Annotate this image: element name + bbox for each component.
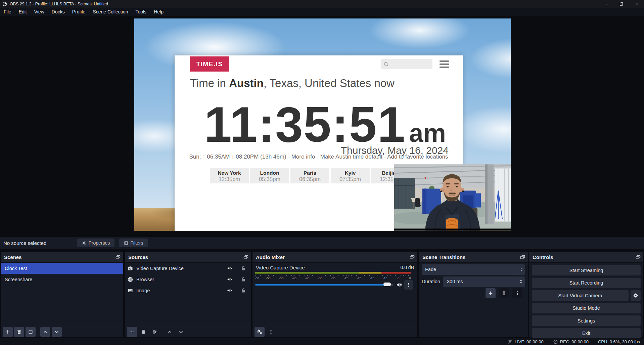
meter-tick-label: -10: [383, 276, 387, 280]
scene-item-screenshare[interactable]: Screenshare: [1, 274, 123, 285]
meter-tick-label: -5: [397, 276, 399, 280]
virtual-camera-settings-button[interactable]: [631, 290, 641, 301]
add-transition-button[interactable]: [486, 288, 496, 298]
camera-icon: [128, 266, 133, 271]
popout-icon[interactable]: [636, 255, 641, 260]
city-newyork: New York12:35pm: [210, 168, 249, 183]
stream-inactive-icon: [507, 339, 513, 344]
studio-mode-button[interactable]: Studio Mode: [532, 303, 641, 313]
hamburger-menu-icon: [440, 60, 449, 68]
meter-tick-label: 0: [409, 276, 411, 280]
visibility-eye-icon[interactable]: [227, 288, 233, 293]
source-item-image[interactable]: Image: [125, 285, 251, 296]
timeis-search-box: [381, 59, 432, 69]
remove-transition-button[interactable]: [499, 288, 509, 298]
duration-label: Duration: [422, 276, 440, 287]
exit-button[interactable]: Exit: [532, 328, 641, 339]
dropdown-caret: [518, 264, 525, 275]
properties-button[interactable]: Properties: [77, 239, 114, 247]
menu-scene-collection[interactable]: Scene Collection: [89, 8, 132, 16]
meter-tick-label: -35: [318, 276, 322, 280]
speaker-icon[interactable]: [396, 282, 402, 288]
menu-tools[interactable]: Tools: [132, 8, 150, 16]
rec-timer: REC: 00:00:00: [560, 339, 589, 344]
lock-icon[interactable]: [241, 288, 246, 293]
lock-icon[interactable]: [241, 266, 246, 271]
cpu-fps-stats: CPU: 0.6%, 30.00 fps: [598, 339, 640, 344]
move-source-down-button[interactable]: [176, 327, 186, 337]
remove-source-button[interactable]: [138, 327, 148, 337]
scene-filters-button[interactable]: [26, 327, 36, 337]
advanced-audio-button[interactable]: [255, 327, 265, 337]
city-paris: Paris06:35pm: [290, 168, 329, 183]
meter-tick-label: -25: [344, 276, 349, 280]
lock-icon[interactable]: [241, 277, 246, 282]
sources-header: Sources: [125, 252, 251, 263]
filter-icon: [124, 241, 128, 245]
volume-slider-handle[interactable]: [383, 283, 391, 286]
meter-tick-label: -20: [357, 276, 361, 280]
source-item-video-capture[interactable]: Video Capture Device: [125, 263, 251, 274]
mixer-channel-name: Video Capture Device: [256, 265, 305, 270]
controls-panel: Controls Start Streaming Start Recording…: [529, 252, 643, 337]
mixer-toolbar: [252, 326, 417, 337]
add-source-button[interactable]: [127, 327, 137, 337]
meter-tick-label: -45: [292, 276, 296, 280]
source-status-text: No source selected: [3, 240, 46, 246]
search-icon: [383, 61, 389, 67]
transition-buttons: [486, 288, 522, 298]
start-recording-button[interactable]: Start Recording: [532, 278, 641, 288]
remove-scene-button[interactable]: [14, 327, 24, 337]
start-streaming-button[interactable]: Start Streaming: [532, 265, 641, 275]
close-button[interactable]: [629, 0, 644, 8]
menu-docks[interactable]: Docks: [48, 8, 68, 16]
transition-dropdown[interactable]: Fade: [422, 264, 525, 275]
start-virtual-camera-button[interactable]: Start Virtual Camera: [532, 290, 629, 301]
duration-spinner[interactable]: 300 ms: [443, 276, 525, 287]
sources-toolbar: [125, 326, 251, 337]
mixer-menu-button[interactable]: [266, 327, 276, 337]
minimize-button[interactable]: [599, 0, 614, 8]
status-bar: LIVE: 00:00:00 REC: 00:00:00 CPU: 0.6%, …: [0, 338, 644, 345]
source-properties-button[interactable]: [150, 327, 160, 337]
scenes-panel: Scenes Clock Test Screenshare: [1, 252, 123, 337]
timeis-sun-line: Sun: ↑ 06:35AM ↓ 08:20PM (13h 46m) - Mor…: [175, 154, 463, 160]
move-scene-up-button[interactable]: [40, 327, 50, 337]
move-scene-down-button[interactable]: [52, 327, 62, 337]
meter-tick-marks: [255, 275, 411, 276]
add-scene-button[interactable]: [3, 327, 13, 337]
menu-help[interactable]: Help: [150, 8, 167, 16]
transition-properties-button[interactable]: [512, 288, 522, 298]
popout-icon[interactable]: [410, 255, 415, 260]
settings-button[interactable]: Settings: [532, 315, 641, 326]
menu-view[interactable]: View: [31, 8, 48, 16]
menu-edit[interactable]: Edit: [15, 8, 31, 16]
meter-tick-label: -15: [370, 276, 374, 280]
menu-bar: File Edit View Docks Profile Scene Colle…: [0, 8, 644, 16]
menu-file[interactable]: File: [0, 8, 15, 16]
scene-item-clock-test[interactable]: Clock Test: [1, 263, 123, 274]
popout-icon[interactable]: [243, 255, 248, 260]
preview-area: TIME.IS Time in Austin, Texas, United St…: [0, 16, 644, 237]
spinner-arrows[interactable]: [519, 276, 523, 287]
popout-icon[interactable]: [116, 255, 121, 260]
volume-slider-track[interactable]: [255, 284, 394, 286]
make-default-link: Make Austin time default: [320, 154, 382, 160]
visibility-eye-icon[interactable]: [227, 265, 233, 271]
scene-transitions-panel: Scene Transitions Fade Duration 300 ms: [419, 252, 528, 337]
restore-button[interactable]: [614, 0, 629, 8]
move-source-up-button[interactable]: [165, 327, 175, 337]
channel-menu-button[interactable]: [404, 280, 413, 290]
scenes-header: Scenes: [1, 252, 123, 263]
preview-canvas[interactable]: TIME.IS Time in Austin, Texas, United St…: [134, 18, 511, 231]
record-inactive-icon: [553, 339, 558, 344]
live-timer: LIVE: 00:00:00: [515, 339, 544, 344]
popout-icon[interactable]: [520, 255, 525, 260]
visibility-eye-icon[interactable]: [227, 276, 233, 282]
menu-profile[interactable]: Profile: [68, 8, 89, 16]
source-item-browser[interactable]: Browser: [125, 274, 251, 285]
scene-transitions-header: Scene Transitions: [419, 252, 528, 263]
clock-time: 11:35:51: [204, 97, 406, 152]
clock-ampm: am: [409, 119, 446, 147]
filters-button[interactable]: Filters: [119, 239, 148, 247]
